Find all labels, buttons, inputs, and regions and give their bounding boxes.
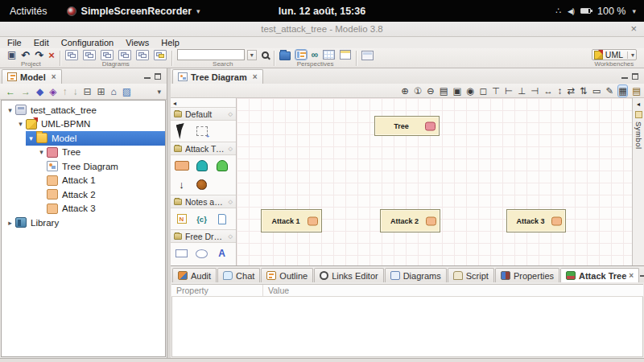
search-input[interactable]: [177, 49, 245, 60]
tools-icon[interactable]: ×: [48, 50, 55, 60]
align-top-icon[interactable]: ⊤: [492, 85, 500, 97]
text-tool[interactable]: A: [213, 246, 230, 261]
tab-attack-tree[interactable]: Attack Tree×: [560, 268, 639, 282]
same-width-icon[interactable]: ⇄: [567, 85, 575, 97]
next-selection-icon[interactable]: ◈: [49, 86, 56, 97]
tab-model[interactable]: Model ×: [2, 69, 62, 84]
diagram-node-attack-1[interactable]: Attack 1: [261, 209, 322, 232]
close-icon[interactable]: ×: [253, 72, 258, 81]
tab-properties[interactable]: Properties: [495, 268, 559, 282]
home-icon[interactable]: ⌂: [111, 86, 117, 97]
tab-links-editor[interactable]: Links Editor: [314, 268, 383, 282]
link-with-editor-icon[interactable]: ⊞: [97, 86, 105, 97]
constraint-tool[interactable]: {c}: [193, 212, 210, 226]
tree-item-attack-3[interactable]: Attack 3: [47, 202, 165, 216]
diagram-canvas[interactable]: TreeAttack 1Attack 2Attack 3: [237, 98, 632, 265]
filter-icon[interactable]: ▨: [122, 86, 131, 97]
close-window-button[interactable]: ×: [630, 23, 637, 35]
matrix-perspective-icon[interactable]: [323, 50, 335, 60]
tree-item-uml-bpmn[interactable]: ▾UML-BPMN: [15, 117, 165, 132]
print-icon[interactable]: ▤: [440, 85, 448, 97]
back-icon[interactable]: ←: [6, 86, 15, 97]
collapse-all-icon[interactable]: ⊟: [83, 86, 91, 97]
tree-item-attack-1[interactable]: Attack 1: [47, 174, 165, 188]
tab-chat[interactable]: Chat: [217, 268, 260, 282]
links-perspective-icon[interactable]: ∞: [312, 50, 319, 60]
tab-tree-diagram[interactable]: Tree Diagram ×: [172, 69, 263, 84]
marquee-tool[interactable]: [193, 124, 210, 138]
document-tool[interactable]: [213, 212, 230, 226]
expander-icon[interactable]: ▾: [36, 148, 47, 156]
page-setup-icon[interactable]: ▤: [632, 85, 641, 97]
palette-section-default[interactable]: Default◇: [171, 107, 236, 121]
maximize-editor-button[interactable]: [632, 73, 638, 80]
view-menu-icon[interactable]: ▾: [157, 86, 161, 97]
window-icon[interactable]: [361, 51, 374, 60]
tree-item-tree-diagram[interactable]: Tree Diagram: [47, 159, 165, 174]
ellipse-tool[interactable]: [193, 246, 210, 261]
toggle-grid-icon[interactable]: ▦: [618, 85, 627, 97]
menu-item-file[interactable]: File: [7, 38, 22, 47]
fit-frame-icon[interactable]: ▭: [592, 85, 601, 97]
tree-item-attack-2[interactable]: Attack 2: [47, 187, 165, 202]
zoom-in-icon[interactable]: ⊕: [401, 85, 409, 97]
center-horizontal-icon[interactable]: ↔: [543, 85, 553, 97]
search-dropdown-icon[interactable]: ▾: [247, 50, 257, 60]
chevron-down-icon[interactable]: ▾: [627, 51, 634, 59]
marquee-zoom-icon[interactable]: ◻: [480, 85, 488, 97]
move-down-icon[interactable]: ↓: [72, 86, 77, 97]
folder-perspective-icon[interactable]: [279, 51, 291, 60]
model-perspective-icon[interactable]: [295, 50, 307, 60]
menu-item-edit[interactable]: Edit: [34, 38, 49, 47]
move-up-icon[interactable]: ↑: [62, 86, 67, 97]
usecase-diagram-icon[interactable]: [136, 50, 149, 60]
select-tool[interactable]: [173, 124, 190, 138]
previous-selection-icon[interactable]: ◆: [36, 86, 43, 97]
expander-icon[interactable]: ▾: [5, 106, 15, 114]
tab-audit[interactable]: Audit: [172, 268, 217, 282]
expand-symbol-icon[interactable]: ◂: [637, 101, 640, 108]
menu-item-help[interactable]: Help: [161, 38, 180, 47]
same-height-icon[interactable]: ⇅: [580, 85, 588, 97]
expander-icon[interactable]: ▾: [15, 120, 26, 128]
minimize-bottom-panel-button[interactable]: [640, 271, 644, 278]
root-node-tool[interactable]: [193, 177, 210, 191]
zoom-out-icon[interactable]: ⊖: [427, 85, 435, 97]
palette-section-free-drawing[interactable]: Free Drawing◇: [171, 229, 236, 243]
close-icon[interactable]: ×: [52, 72, 56, 81]
tab-diagrams[interactable]: Diagrams: [385, 268, 447, 282]
tab-outline[interactable]: Outline: [261, 268, 313, 282]
palette-collapse-icon[interactable]: ◂: [171, 98, 236, 107]
class-diagram-icon[interactable]: [65, 50, 78, 60]
tree-item-library[interactable]: ▸Library: [5, 216, 165, 230]
expander-icon[interactable]: ▸: [5, 219, 15, 227]
screenshot-icon[interactable]: ◉: [466, 85, 474, 97]
form-perspective-icon[interactable]: [340, 50, 351, 60]
menu-item-configuration[interactable]: Configuration: [61, 38, 114, 47]
property-table-body[interactable]: [171, 297, 643, 357]
system-tray[interactable]: ∴ ◀) 100 % ▾: [555, 6, 636, 17]
zoom-original-icon[interactable]: ①: [414, 85, 422, 97]
diagram-node-attack-2[interactable]: Attack 2: [380, 209, 440, 232]
forward-icon[interactable]: →: [21, 86, 31, 97]
tree-item-tree[interactable]: ▾Tree: [36, 146, 165, 160]
note-tool[interactable]: N: [173, 212, 190, 226]
maximize-panel-button[interactable]: [155, 73, 161, 80]
search-icon[interactable]: [262, 51, 269, 59]
attack-node-tool[interactable]: [173, 158, 190, 173]
diagram-node-attack-3[interactable]: Attack 3: [506, 209, 566, 232]
workbench-selector[interactable]: UML ▾: [592, 49, 637, 60]
format-painter-icon[interactable]: ✎: [606, 85, 614, 97]
palette-section-attack-tree[interactable]: Attack Tree◇: [171, 142, 236, 155]
align-right-icon[interactable]: ⊣: [530, 85, 539, 97]
save-icon[interactable]: ▣: [7, 50, 16, 60]
align-bottom-icon[interactable]: ⊥: [518, 85, 526, 97]
tree-node-teal-tool[interactable]: [193, 158, 210, 173]
clock[interactable]: lun. 12 août, 15:36: [0, 6, 644, 17]
center-vertical-icon[interactable]: ↕: [558, 85, 563, 97]
align-left-icon[interactable]: ⊢: [505, 85, 513, 97]
symbol-panel-tab[interactable]: ◂ Symbol: [632, 98, 644, 265]
composite-diagram-icon[interactable]: [101, 50, 114, 60]
deployment-diagram-icon[interactable]: [118, 50, 131, 60]
minimize-panel-button[interactable]: [144, 73, 151, 80]
